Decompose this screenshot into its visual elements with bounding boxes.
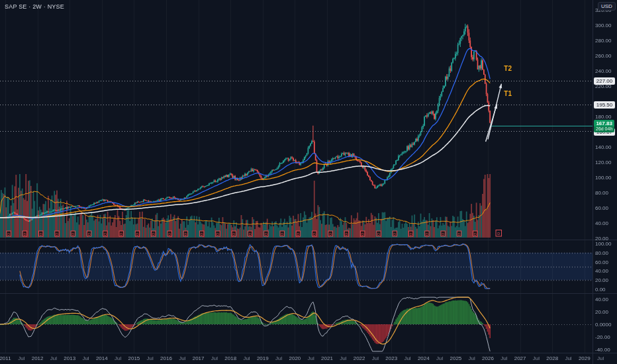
time-tick-label: Jul <box>211 355 218 361</box>
time-tick-label: 2018 <box>224 355 236 361</box>
target-label-t2[interactable]: T2 <box>504 65 512 72</box>
stoch-tick-label: 60.00 <box>595 259 608 265</box>
time-tick-label: Jul <box>340 355 346 361</box>
time-tick-label: 2019 <box>257 355 269 361</box>
time-tick-label: Jul <box>436 355 443 361</box>
price-tick-label: 260.00 <box>595 53 611 59</box>
bar-countdown: 26d 04h <box>594 126 614 132</box>
price-tick-label: 240.00 <box>595 68 611 74</box>
time-tick-label: 2026 <box>482 355 494 361</box>
stoch-tick-label: 100.00 <box>595 241 611 247</box>
macd-tick-label: 20.00 <box>595 309 608 315</box>
time-tick-label: Jul <box>115 355 121 361</box>
symbol-legend[interactable]: SAP SE · 2W · NYSE <box>5 3 64 10</box>
time-tick-label: 2028 <box>546 355 558 361</box>
price-tick-label: 140.00 <box>595 144 611 150</box>
time-tick-label: 2023 <box>385 355 397 361</box>
time-tick-label: 2011 <box>0 355 11 361</box>
stoch-tick-label: 0.00 <box>595 287 606 293</box>
time-tick-label: 2014 <box>96 355 108 361</box>
time-tick-label: Jul <box>243 355 250 361</box>
price-tick-label: 40.00 <box>595 220 608 226</box>
time-tick-label: Jul <box>469 355 475 361</box>
time-tick-label: Jul <box>50 355 57 361</box>
price-tick-label: 180.00 <box>595 114 611 120</box>
last-price-value: 167.83 <box>594 120 614 126</box>
last-price-label: 167.83 26d 04h <box>594 120 614 132</box>
target-label-t1[interactable]: T1 <box>504 90 512 97</box>
price-tick-label: 60.00 <box>595 205 608 211</box>
time-tick-label: 2025 <box>450 355 461 361</box>
price-tick-label: 100.00 <box>595 175 611 181</box>
price-chart-canvas[interactable] <box>0 0 617 364</box>
time-tick-label: 2024 <box>418 355 430 361</box>
time-tick-label: 2013 <box>64 355 75 361</box>
price-tick-label: 80.00 <box>595 190 608 196</box>
currency-label[interactable]: USD <box>598 2 616 11</box>
time-tick-label: Jul <box>179 355 185 361</box>
level-price-label-upper: 227.00 <box>594 77 615 85</box>
stoch-tick-label: 20.00 <box>595 277 608 283</box>
time-tick-label: Jul <box>147 355 154 361</box>
time-tick-label: 2022 <box>354 355 365 361</box>
time-tick-label: 2020 <box>289 355 301 361</box>
symbol-title: SAP SE · 2W · NYSE <box>5 3 64 10</box>
tradingview-chart-window: SAP SE · 2W · NYSE USD 227.00 195.50 167… <box>0 0 617 364</box>
time-tick-label: Jul <box>82 355 89 361</box>
time-tick-label: 2012 <box>32 355 44 361</box>
time-tick-label: Jul <box>275 355 282 361</box>
price-tick-label: 280.00 <box>595 38 611 44</box>
time-tick-label: Jul <box>18 355 24 361</box>
time-tick-label: 2029 <box>579 355 591 361</box>
time-tick-label: Jul <box>500 355 507 361</box>
time-tick-label: 2027 <box>514 355 526 361</box>
time-tick-label: Jul <box>404 355 410 361</box>
level-price-label-middle: 195.50 <box>594 101 615 109</box>
macd-tick-label: 0.0000 <box>595 322 611 328</box>
time-tick-label: 2017 <box>193 355 205 361</box>
time-tick-label: Jul <box>372 355 379 361</box>
time-tick-label: Jul <box>565 355 571 361</box>
time-tick-label: 2015 <box>128 355 140 361</box>
time-tick-label: 2021 <box>321 355 333 361</box>
macd-tick-label: -40.00 <box>595 347 610 353</box>
stoch-tick-label: 80.00 <box>595 250 608 255</box>
macd-tick-label: 40.00 <box>595 296 608 302</box>
time-tick-label: Jul <box>533 355 540 361</box>
price-tick-label: 120.00 <box>595 159 611 165</box>
stoch-tick-label: 40.00 <box>595 268 608 274</box>
time-tick-label: 2016 <box>160 355 172 361</box>
macd-tick-label: -20.00 <box>595 334 610 340</box>
price-tick-label: 300.00 <box>595 23 611 28</box>
time-tick-label: Jul <box>597 355 604 361</box>
time-tick-label: Jul <box>308 355 314 361</box>
